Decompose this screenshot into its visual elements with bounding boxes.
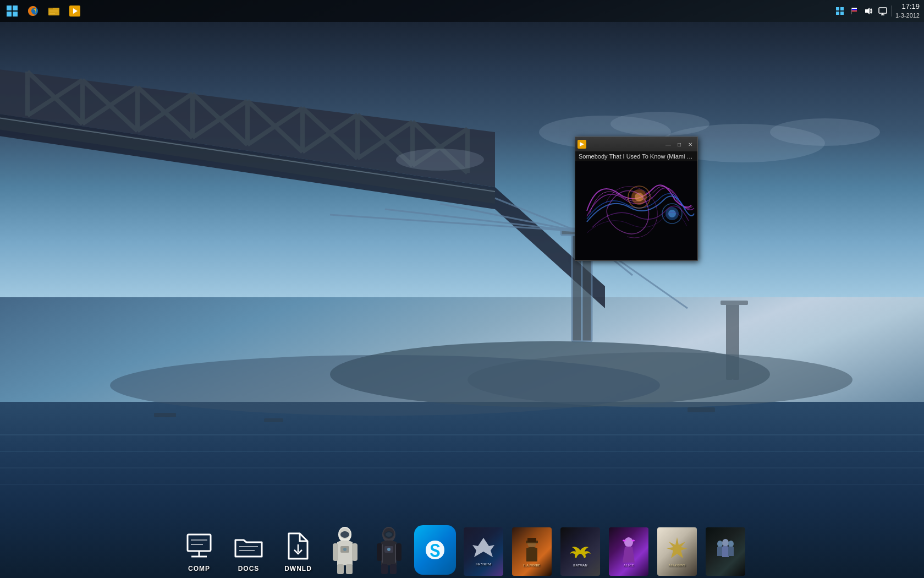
taskbar-left [0,1,85,21]
svg-rect-48 [154,413,176,417]
last-game-icon[interactable] [701,523,750,578]
start-button[interactable] [2,1,22,21]
viz-svg [575,161,697,260]
media-player-title-bar: Somebody That I Used To Know (Miami Nigh… [575,151,697,161]
assassins-svg: ASSASSIN'S [663,535,691,568]
svg-rect-63 [50,10,58,10]
svg-rect-65 [50,13,55,14]
svg-rect-58 [7,12,12,17]
bridge-svg [0,22,924,578]
svg-text:L.A.NOIRE: L.A.NOIRE [523,564,540,567]
batman-game-icon[interactable]: BATMAN [556,523,604,578]
svg-rect-70 [836,12,839,15]
taskbar-right: 17:19 1-3-2012 [834,2,924,19]
svg-marker-86 [580,142,584,146]
svg-rect-127 [527,538,536,542]
dwnld-label: DWNLD [284,565,312,572]
media-player-titlebar[interactable]: — □ ✕ [575,137,697,151]
char2-svg [371,527,407,575]
clock-time: 17:19 [901,2,920,12]
alice-svg: ALICE [615,535,642,568]
svg-point-93 [668,210,676,217]
svg-point-135 [717,541,723,547]
svg-text:ALICE: ALICE [623,564,634,567]
svg-point-136 [722,539,729,547]
svg-rect-73 [851,8,857,9]
firefox-icon [26,4,40,18]
svg-rect-49 [264,418,283,422]
media-player-taskbar-button[interactable] [65,1,85,21]
svg-rect-71 [840,12,844,15]
character2-icon[interactable] [367,523,411,578]
player-maximize-button[interactable]: □ [674,140,684,149]
taskbar: 17:19 1-3-2012 [0,0,924,22]
skype-icon[interactable] [411,523,459,578]
flag-tray-icon[interactable] [849,6,860,17]
display-tray-icon[interactable] [877,6,888,17]
svg-point-131 [624,537,633,547]
svg-marker-123 [472,538,494,557]
desktop: 17:19 1-3-2012 Prullenbak [0,0,924,578]
svg-point-104 [340,531,349,538]
skyrim-svg: SKYRIM [470,535,497,568]
lanoire-game-icon[interactable]: L.A.NOIRE [508,523,556,578]
comp-folder-icon [183,530,216,563]
bottom-dock: COMP DOCS [174,523,750,578]
svg-rect-74 [851,9,857,10]
player-app-icon [578,140,586,149]
svg-rect-64 [50,12,58,12]
svg-rect-105 [333,543,338,561]
player-minimize-button[interactable]: — [663,140,673,149]
alice-game-icon[interactable]: ALICE [604,523,653,578]
comp-folder[interactable]: COMP [174,525,224,578]
docs-folder[interactable]: DOCS [224,525,273,578]
firefox-button[interactable] [23,1,43,21]
svg-point-137 [728,541,734,547]
player-window-controls: — □ ✕ [663,140,695,149]
svg-rect-77 [879,8,887,13]
docs-label: DOCS [238,565,260,572]
player-close-button[interactable]: ✕ [685,140,695,149]
lanoire-svg: L.A.NOIRE [518,535,546,568]
file-manager-icon [47,4,61,18]
svg-rect-94 [188,535,211,551]
svg-rect-62 [48,8,53,9]
svg-marker-133 [667,537,688,558]
svg-rect-69 [840,7,844,10]
svg-point-120 [387,548,391,551]
svg-point-43 [110,355,660,416]
assassins-game-icon[interactable]: ASSASSIN'S [653,523,701,578]
svg-rect-107 [337,564,344,574]
display-icon [878,7,887,15]
skyrim-game-icon[interactable]: SKYRIM [459,523,508,578]
char2-img [370,526,408,576]
file-manager-button[interactable] [44,1,64,21]
comp-label: COMP [188,565,210,572]
windows-icon [6,4,19,18]
svg-marker-76 [865,8,870,14]
svg-rect-106 [352,543,358,561]
character1-icon[interactable] [323,523,367,578]
svg-rect-116 [396,543,402,561]
tray-separator [892,6,892,17]
volume-icon [864,7,873,15]
now-playing-title: Somebody That I Used To Know (Miami Nigh… [579,153,697,160]
svg-rect-108 [346,564,353,574]
dwnld-folder-icon [282,530,315,563]
last-svg [712,535,739,568]
media-player-window[interactable]: — □ ✕ Somebody That I Used To Know (Miam… [575,137,698,261]
svg-rect-115 [377,543,382,561]
svg-rect-118 [390,564,397,574]
dwnld-icon-svg [282,530,314,562]
clock-date: 1-3-2012 [895,12,920,19]
svg-point-110 [343,548,346,551]
comp-icon-svg [183,530,215,562]
char1-svg [327,527,363,575]
tray-windows-icon [835,7,844,15]
system-clock[interactable]: 17:19 1-3-2012 [895,2,920,19]
flag-icon [850,7,859,15]
dwnld-folder[interactable]: DWNLD [273,525,323,578]
windows-tray-icon[interactable] [834,6,845,17]
svg-text:ASSASSIN'S: ASSASSIN'S [669,564,686,567]
volume-tray-icon[interactable] [863,6,874,17]
